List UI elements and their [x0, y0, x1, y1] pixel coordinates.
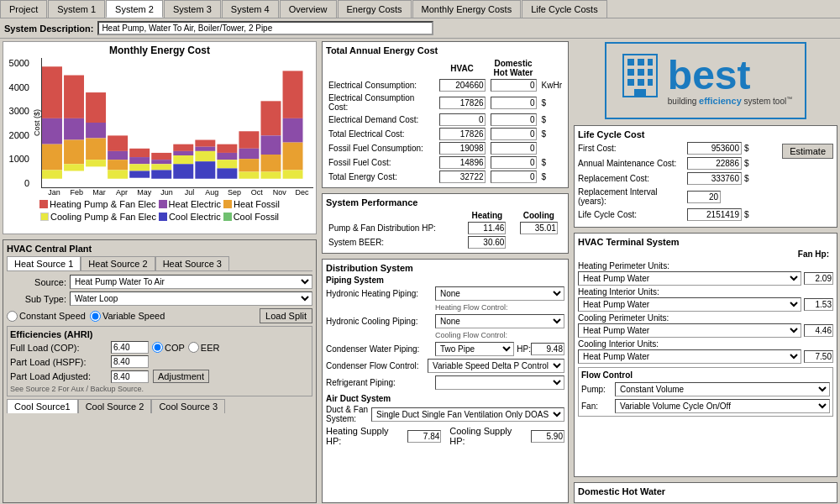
total-energy-hvac[interactable]: [439, 171, 486, 183]
tab-system2[interactable]: System 2: [106, 0, 163, 18]
heat-source-tabs: Heat Source 1 Heat Source 2 Heat Source …: [7, 256, 312, 271]
cooling-hp-field: Cooling Supply HP:: [449, 426, 564, 446]
elec-cons-cost-dhw[interactable]: [491, 97, 537, 109]
adjustment-button[interactable]: Adjustment: [153, 370, 209, 383]
fossil-cost-hvac[interactable]: [439, 156, 486, 169]
elec-cons-hvac[interactable]: [439, 79, 486, 92]
subtype-label: Sub Type:: [7, 294, 70, 304]
tab-system4[interactable]: System 4: [222, 0, 279, 18]
first-cost-input[interactable]: [687, 142, 742, 155]
condenser-flow-select[interactable]: Variable Speed Delta P Control: [428, 359, 564, 373]
hydronic-heating-select[interactable]: None: [435, 286, 564, 301]
pump-fan-cooling[interactable]: [520, 222, 558, 234]
heating-perimeter-select[interactable]: Heat Pump Water: [578, 271, 801, 286]
heating-perimeter-hp[interactable]: [804, 272, 833, 285]
replacement-cost-unit: $: [744, 174, 749, 183]
sys-desc-input[interactable]: [97, 21, 433, 35]
variable-speed-radio[interactable]: [90, 311, 101, 322]
condenser-hp-input[interactable]: [531, 343, 564, 355]
constant-speed-radio[interactable]: [7, 311, 18, 322]
cool-source-3-tab[interactable]: Cool Source 3: [151, 399, 225, 413]
tab-lifecycle[interactable]: Life Cycle Costs: [522, 0, 606, 18]
lc-cost-input[interactable]: [687, 208, 742, 221]
monthly-energy-chart: Monthly Energy Cost 50004000300020001000…: [3, 41, 317, 234]
part-load-adj-input[interactable]: [111, 370, 149, 383]
fossil-cost-dhw[interactable]: [491, 156, 537, 169]
tab-project[interactable]: Project: [0, 0, 47, 18]
heat-source-1-tab[interactable]: Heat Source 1: [7, 256, 81, 270]
eff-title: Efficiencies (AHRI): [10, 329, 309, 339]
cool-source-1-tab[interactable]: Cool Source1: [7, 399, 78, 413]
logo-area: best building efficiency system tool™: [571, 39, 840, 123]
hydronic-cooling-select[interactable]: None: [435, 314, 564, 328]
tab-system3[interactable]: System 3: [164, 0, 221, 18]
svg-rect-13: [108, 151, 128, 160]
cooling-interior-controls: Heat Pump Water: [578, 349, 833, 364]
annual-maint-label: Annual Maintenance Cost:: [578, 159, 687, 168]
total-elec-dhw[interactable]: [491, 128, 537, 140]
heating-interior-hp[interactable]: [804, 298, 833, 311]
fan-select[interactable]: Variable Volume Cycle On/Off: [615, 399, 830, 413]
replacement-cost-input[interactable]: [687, 172, 742, 185]
full-load-input[interactable]: [111, 341, 149, 354]
tab-overview[interactable]: Overview: [280, 0, 337, 18]
tab-system1[interactable]: System 1: [48, 0, 105, 18]
heating-interior-select[interactable]: Heat Pump Water: [578, 297, 801, 312]
variable-speed-label[interactable]: Variable Speed: [90, 311, 165, 322]
tab-energy-costs[interactable]: Energy Costs: [338, 0, 412, 18]
full-load-row: Full Load (COP): COP EER: [10, 341, 309, 354]
total-energy-table: HVAC Domestic Hot Water Electrical Consu…: [326, 58, 564, 184]
pump-fan-heating[interactable]: [468, 222, 506, 234]
elec-demand-hvac[interactable]: [439, 113, 486, 126]
cop-radio[interactable]: [152, 342, 163, 353]
refrigerant-select[interactable]: [435, 375, 564, 390]
logo-box: best building efficiency system tool™: [605, 42, 806, 119]
source-select[interactable]: Heat Pump Water To Air: [70, 275, 312, 289]
hydronic-heating-label: Hydronic Heating Piping:: [326, 289, 435, 298]
annual-maint-input[interactable]: [687, 157, 742, 170]
total-elec-hvac[interactable]: [439, 128, 486, 140]
replacement-interval-input[interactable]: [687, 191, 721, 203]
estimate-button[interactable]: Estimate: [782, 144, 833, 159]
heat-source-2-tab[interactable]: Heat Source 2: [81, 256, 155, 270]
cooling-hp-input[interactable]: [531, 430, 564, 443]
hp-label: HP:: [517, 344, 531, 354]
efficiencies-section: Efficiencies (AHRI) Full Load (COP): COP…: [7, 326, 312, 396]
elec-cons-dhw[interactable]: [491, 79, 537, 92]
total-energy-dhw[interactable]: [491, 171, 537, 183]
elec-cons-cost-hvac[interactable]: [439, 97, 486, 109]
source-row: Source: Heat Pump Water To Air: [7, 275, 312, 289]
cooling-perimeter-hp[interactable]: [804, 324, 833, 337]
part-load-row: Part Load (HSPF):: [10, 355, 309, 368]
constant-speed-label[interactable]: Constant Speed: [7, 311, 86, 322]
cool-source-2-tab[interactable]: Cool Source 2: [78, 399, 152, 413]
replacement-interval-label: Replacement Interval (years):: [578, 187, 687, 206]
svg-rect-19: [129, 171, 150, 177]
load-split-button[interactable]: Load Split: [260, 308, 312, 323]
cooling-interior-hp[interactable]: [804, 350, 833, 363]
pump-fan-label: Pump & Fan Distribution HP:: [326, 221, 461, 235]
eer-option[interactable]: EER: [188, 342, 220, 353]
duct-fan-select[interactable]: Single Duct Single Fan Ventilation Only …: [371, 407, 564, 422]
fossil-cons-hvac[interactable]: [439, 142, 486, 155]
tab-monthly-energy[interactable]: Monthly Energy Costs: [412, 0, 522, 18]
air-duct-title: Air Duct System: [326, 394, 564, 403]
cooling-interior-select[interactable]: Heat Pump Water: [578, 349, 801, 364]
condenser-water-select[interactable]: Two Pipe: [435, 342, 514, 356]
svg-rect-51: [648, 59, 653, 66]
pump-select[interactable]: Constant Volume: [615, 382, 830, 396]
heating-hp-input[interactable]: [407, 430, 441, 443]
heat-source-3-tab[interactable]: Heat Source 3: [155, 256, 229, 270]
subtype-select[interactable]: Water Loop: [70, 291, 312, 306]
svg-rect-36: [239, 131, 259, 149]
part-load-input[interactable]: [111, 355, 149, 368]
cop-option[interactable]: COP: [152, 342, 185, 353]
eer-radio[interactable]: [188, 342, 199, 353]
source-label: Source:: [7, 277, 70, 287]
heating-flow-control-label: Heating Flow Control:: [435, 303, 564, 312]
table-row: Pump & Fan Distribution HP:: [326, 221, 564, 235]
beer-heating[interactable]: [468, 236, 506, 249]
elec-demand-dhw[interactable]: [491, 113, 537, 126]
cooling-perimeter-select[interactable]: Heat Pump Water: [578, 323, 801, 338]
fossil-cons-dhw[interactable]: [491, 142, 537, 155]
